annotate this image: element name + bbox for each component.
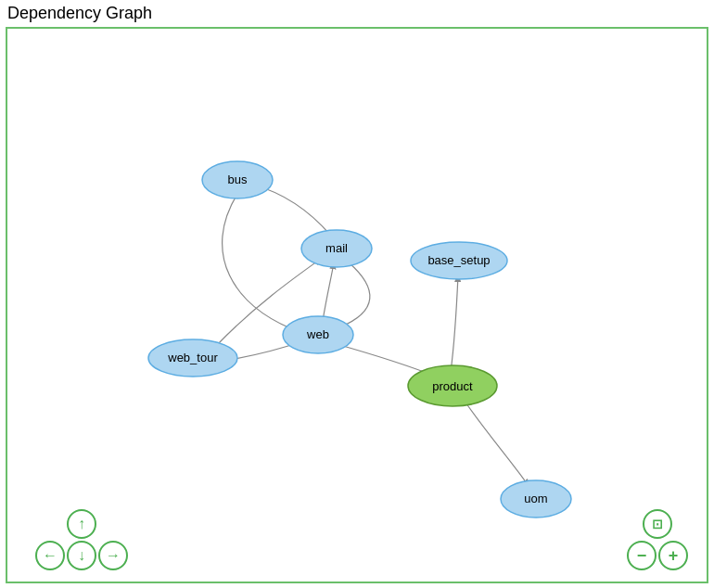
graph-container: bus mail base_setup web web_tour product…: [6, 27, 708, 583]
edge-web-mail: [323, 262, 334, 321]
zoom-out-button[interactable]: −: [627, 541, 657, 570]
nav-up-button[interactable]: ↑: [67, 509, 96, 539]
node-mail-label: mail: [325, 241, 348, 255]
node-web-label: web: [306, 327, 329, 341]
zoom-controls: ⊡ − +: [627, 509, 688, 570]
node-product-label: product: [432, 379, 473, 393]
edge-product-basesetup: [451, 275, 458, 372]
zoom-fit-button[interactable]: ⊡: [643, 509, 672, 539]
node-web-tour-label: web_tour: [167, 351, 218, 364]
node-bus-label: bus: [228, 173, 248, 186]
node-uom-label: uom: [524, 492, 547, 505]
page-title: Dependency Graph: [0, 0, 714, 27]
nav-left-button[interactable]: ←: [35, 541, 65, 570]
edge-mail-web: [339, 262, 370, 327]
node-base-setup-label: base_setup: [427, 253, 490, 267]
nav-down-button[interactable]: ↓: [67, 541, 96, 570]
zoom-in-button[interactable]: +: [658, 541, 688, 570]
edge-bus-web: [223, 194, 302, 333]
edge-product-uom: [464, 400, 529, 486]
nav-controls: ↑ ← ↓ →: [35, 509, 128, 570]
dependency-graph-svg: bus mail base_setup web web_tour product…: [7, 29, 707, 582]
nav-right-button[interactable]: →: [98, 541, 128, 570]
